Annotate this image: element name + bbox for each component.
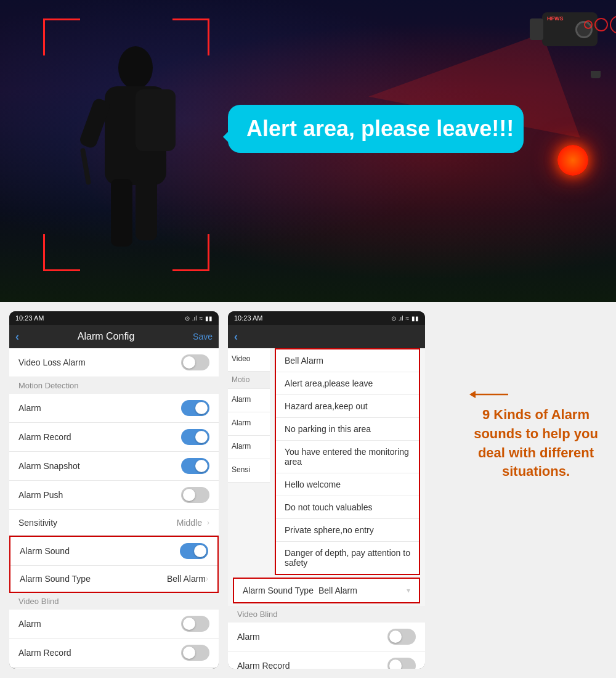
alarm-row: Alarm [9, 394, 219, 423]
svg-rect-3 [111, 179, 132, 247]
phone1-time: 10:23 AM [15, 314, 44, 322]
arrow-icon [468, 388, 511, 401]
toggle-knob [183, 356, 195, 369]
alarm-label: Alarm [18, 403, 181, 413]
dropdown-item-alert-area[interactable]: Alert area,please leave [276, 372, 419, 395]
phone2-vb-alarm-toggle[interactable] [387, 629, 416, 645]
sensitivity-value: Middle [177, 518, 202, 528]
siren-light [557, 145, 588, 176]
toggle-knob [183, 489, 195, 501]
video-loss-alarm-toggle[interactable] [181, 354, 209, 370]
alarm-type-bordered-row[interactable]: Alarm Sound Type Bell Alarm ▾ [233, 578, 420, 603]
alarm-snapshot-toggle[interactable] [181, 458, 209, 474]
svg-rect-4 [136, 179, 157, 240]
alarm-sound-type-label: Alarm Sound Type [20, 574, 162, 584]
phone1-content: Video Loss Alarm Motion Detection Alarm … [9, 348, 219, 669]
siren-base [591, 71, 601, 78]
alarm-sound-toggle[interactable] [180, 543, 208, 559]
speech-bubble-text: Alert area, please leave!!! [246, 116, 514, 141]
brand-label: HFWS [547, 15, 564, 22]
phone1-status-bar: 10:23 AM ⊙ .ıl ≈ ▮▮ [9, 311, 219, 325]
phone2-back-button[interactable]: ‹ [234, 330, 238, 343]
toggle-knob [195, 460, 208, 472]
alarm-snapshot-row: Alarm Snapshot [9, 452, 219, 481]
chevron-icon: › [206, 574, 208, 583]
toggle-knob [194, 545, 206, 557]
wave3 [610, 15, 616, 34]
phone2-status-icons: ⊙ .ıl ≈ ▮▮ [391, 315, 419, 322]
phone2-vb-record-label: Alarm Record [237, 661, 387, 669]
phone2-video-blind-header: Video Blind [228, 606, 425, 623]
dropdown-item-danger[interactable]: Danger of depth, pay attention to safety [276, 542, 419, 574]
alarm-toggle[interactable] [181, 400, 209, 416]
alarm-type-value2: Bell Alarm [318, 586, 357, 595]
dropdown-item-no-touch[interactable]: Do not touch valuables [276, 496, 419, 519]
svg-marker-8 [469, 391, 476, 398]
alarm-record-label: Alarm Record [18, 432, 181, 442]
burglar-figure [68, 37, 191, 259]
svg-rect-6 [80, 148, 91, 185]
phone1-nav-title: Alarm Config [24, 331, 188, 342]
alarm-sound-dropdown[interactable]: Bell Alarm Alert area,please leave Hazar… [275, 348, 420, 575]
alarm-sound-row: Alarm Sound [10, 537, 217, 566]
svg-rect-2 [136, 89, 176, 151]
alarm-push-toggle[interactable] [181, 487, 209, 503]
alarm-sound-section: Alarm Sound Alarm Sound Type Bell Alarm … [9, 536, 219, 593]
toggle-knob [195, 431, 208, 443]
silhouette-svg [68, 37, 203, 265]
hero-section: Alert area, please leave!!! HFWS [0, 0, 616, 302]
phone1-nav-bar: ‹ Alarm Config Save [9, 325, 219, 348]
video-blind-header: Video Blind [9, 593, 219, 610]
arrow-row [468, 388, 604, 401]
svg-point-0 [118, 46, 153, 89]
phone2-vb-alarm-row: Alarm [228, 623, 425, 651]
alarm-record-toggle[interactable] [181, 429, 209, 445]
dropdown-item-monitoring[interactable]: You have entered the monitoring area [276, 441, 419, 473]
chevron-icon: › [207, 518, 209, 527]
dropdown-item-hello[interactable]: Hello welcome [276, 473, 419, 496]
vb-alarm-record-toggle[interactable] [181, 645, 209, 661]
toggle-knob [389, 631, 402, 643]
video-loss-alarm-label: Video Loss Alarm [18, 357, 181, 367]
toggle-knob [183, 618, 195, 630]
phone1-back-button[interactable]: ‹ [15, 330, 19, 343]
corner-arrow-icon: ▾ [407, 586, 410, 595]
alarm-sound-label: Alarm Sound [20, 546, 180, 556]
phone1-mockup: 10:23 AM ⊙ .ıl ≈ ▮▮ ‹ Alarm Config Save … [9, 311, 219, 669]
annotation-area: 9 Kinds of Alarm sounds to help you deal… [468, 388, 604, 481]
phone1-save-button[interactable]: Save [193, 332, 213, 341]
annotation-text: 9 Kinds of Alarm sounds to help you deal… [468, 406, 604, 481]
toggle-knob [389, 660, 402, 669]
dropdown-item-no-parking[interactable]: No parking in this area [276, 418, 419, 441]
camera-area: HFWS [542, 12, 598, 46]
alarm-snapshot-label: Alarm Snapshot [18, 461, 181, 471]
toggle-knob [195, 402, 208, 414]
vb-alarm-toggle[interactable] [181, 616, 209, 632]
motion-detection-header: Motion Detection [9, 377, 219, 394]
phone2-mockup: 10:23 AM ⊙ .ıl ≈ ▮▮ ‹ Video Motio Alarm … [228, 311, 425, 669]
dropdown-area: Bell Alarm Alert area,please leave Hazar… [270, 348, 425, 575]
alarm-sound-type-row[interactable]: Alarm Sound Type Bell Alarm › [10, 566, 217, 592]
phone2-content: Video Motio Alarm Alarm Alarm Sensi Bell… [228, 348, 425, 669]
wave2 [594, 18, 608, 31]
left-strip: Video Motio Alarm Alarm Alarm Sensi [228, 348, 270, 575]
dropdown-item-private[interactable]: Private sphere,no entry [276, 519, 419, 542]
alarm-push-row: Alarm Push [9, 481, 219, 510]
vb-alarm-record-row: Alarm Record [9, 639, 219, 668]
phone1-status-icons: ⊙ .ıl ≈ ▮▮ [185, 315, 213, 322]
vb-alarm-record-label: Alarm Record [18, 648, 181, 658]
dropdown-item-bell-alarm[interactable]: Bell Alarm [276, 349, 419, 372]
alarm-record-row: Alarm Record [9, 423, 219, 452]
phone2-nav-bar: ‹ [228, 325, 425, 348]
phone2-vb-record-toggle[interactable] [387, 658, 416, 669]
alarm-sound-type-value: Bell Alarm [167, 574, 206, 584]
alarm-type-label2: Alarm Sound Type [243, 586, 314, 595]
dropdown-item-hazard-area[interactable]: Hazard area,keep out [276, 395, 419, 418]
phone2-layout: Video Motio Alarm Alarm Alarm Sensi Bell… [228, 348, 425, 575]
sensitivity-label: Sensitivity [18, 518, 177, 528]
video-loss-alarm-row: Video Loss Alarm [9, 348, 219, 377]
phone2-vb-alarm-label: Alarm [237, 632, 387, 642]
speech-bubble: Alert area, please leave!!! [228, 105, 524, 153]
sensitivity-row: Sensitivity Middle › [9, 510, 219, 536]
bottom-section: 10:23 AM ⊙ .ıl ≈ ▮▮ ‹ Alarm Config Save … [0, 302, 616, 678]
